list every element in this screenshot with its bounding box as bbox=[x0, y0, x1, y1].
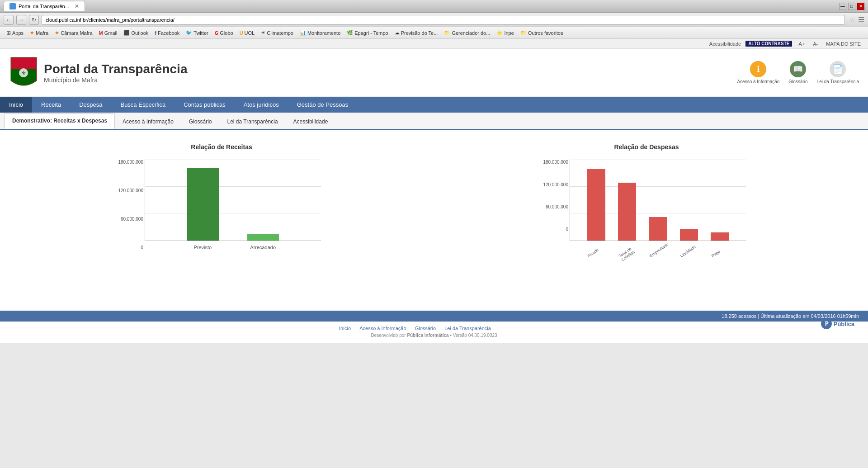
close-button[interactable]: ✕ bbox=[857, 3, 864, 10]
bookmark-outros-label: Outros favoritos bbox=[528, 30, 563, 36]
footer-links-wrapper: Início Acesso à Informação Glossário Lei… bbox=[9, 326, 859, 331]
tab-acessibilidade[interactable]: Acessibilidade bbox=[286, 114, 336, 129]
extensions-icon[interactable]: ☰ bbox=[858, 15, 864, 24]
despesas-y-label-4: 0 bbox=[539, 227, 568, 232]
svg-text:⚜: ⚜ bbox=[21, 70, 26, 76]
publica-logo: ℙ Pública bbox=[821, 318, 854, 329]
tab-glossario[interactable]: Glossário bbox=[181, 114, 220, 129]
bookmark-outlook[interactable]: ⬛ Outlook bbox=[121, 29, 151, 37]
bookmark-outlook-label: Outlook bbox=[131, 30, 148, 36]
bookmark-previsao[interactable]: ☁ Previsão do Te... bbox=[392, 29, 441, 37]
bookmark-inpe-label: Inpe bbox=[504, 30, 514, 36]
bookmark-gmail-label: Gmail bbox=[104, 30, 118, 36]
bookmark-star-icon[interactable]: ☆ bbox=[849, 16, 855, 24]
bar-group-creditos bbox=[618, 183, 636, 241]
header-icon-law[interactable]: 📄 Lei da Transparência bbox=[817, 61, 859, 84]
bookmark-camara[interactable]: ★ Câmara Mafra bbox=[52, 29, 95, 37]
despesas-y-label-2: 120.000.000 bbox=[539, 182, 568, 187]
info-icon: ℹ bbox=[750, 61, 766, 77]
increase-font-button[interactable]: A+ bbox=[797, 41, 807, 47]
bookmark-monitoramento[interactable]: 📊 Monitoramento bbox=[297, 29, 343, 37]
bookmark-twitter[interactable]: 🐦 Twitter bbox=[183, 29, 211, 37]
x-label-liquidado: Liquidado bbox=[679, 244, 699, 262]
despesas-chart-area: 180.000.000 120.000.000 60.000.000 0 bbox=[570, 160, 746, 250]
nav-despesa[interactable]: Despesa bbox=[70, 97, 111, 113]
high-contrast-button[interactable]: ALTO CONTRASTE bbox=[745, 41, 792, 47]
bookmark-climatempo[interactable]: ☀ Climatempo bbox=[258, 29, 296, 37]
bookmark-gerenciador-label: Gerenciador do... bbox=[452, 30, 490, 36]
header-icon-info[interactable]: ℹ Acesso à Informação bbox=[737, 61, 779, 84]
footer-dev-text: Desenvolvido por bbox=[371, 333, 407, 338]
x-label-fixado: Fixado bbox=[587, 244, 607, 262]
despesas-chart-title: Relação de Despesas bbox=[538, 143, 755, 151]
x-label-empenhado: Empenhado bbox=[649, 244, 669, 262]
book-icon: 📖 bbox=[790, 61, 806, 77]
bookmarks-bar: ⊞ Apps ★ Mafra ★ Câmara Mafra M Gmail ⬛ … bbox=[0, 27, 868, 39]
bookmark-apps[interactable]: ⊞ Apps bbox=[4, 29, 26, 37]
publica-logo-text: Pública bbox=[834, 321, 854, 327]
receitas-x-labels: Previsto Arrecadado bbox=[145, 245, 321, 250]
nav-atos[interactable]: Atos jurídicos bbox=[235, 97, 288, 113]
bar-group-liquidado bbox=[680, 229, 698, 241]
bookmark-mafra-label: Mafra bbox=[36, 30, 48, 36]
bookmark-globo[interactable]: G Globo bbox=[212, 29, 236, 37]
nav-gestao[interactable]: Gestão de Pessoas bbox=[288, 97, 357, 113]
bar-fixado bbox=[587, 169, 605, 241]
bar-group-fixado bbox=[587, 169, 605, 241]
nav-receita[interactable]: Receita bbox=[32, 97, 70, 113]
bookmark-uol[interactable]: U UOL bbox=[237, 29, 258, 37]
forward-button[interactable]: → bbox=[16, 15, 26, 25]
bookmark-outros[interactable]: 📁 Outros favoritos bbox=[518, 29, 566, 37]
site-logo: ⚜ Portal da Transparência Município de M… bbox=[9, 56, 187, 90]
footer-link-acesso[interactable]: Acesso à Informação bbox=[359, 326, 406, 331]
law-label: Lei da Transparência bbox=[817, 79, 859, 84]
tab-lei[interactable]: Lei da Transparência bbox=[220, 114, 286, 129]
sitemap-button[interactable]: MAPA DO SITE bbox=[824, 41, 863, 47]
publica-logo-icon: ℙ bbox=[821, 318, 832, 329]
tab-title: Portal da Transparên... bbox=[19, 4, 69, 9]
address-bar[interactable] bbox=[42, 15, 845, 25]
nav-contas[interactable]: Contas públicas bbox=[175, 97, 235, 113]
bookmark-mafra[interactable]: ★ Mafra bbox=[27, 29, 51, 37]
despesas-bars bbox=[570, 169, 746, 241]
bookmark-camara-label: Câmara Mafra bbox=[61, 30, 92, 36]
back-button[interactable]: ← bbox=[4, 15, 14, 25]
footer-link-inicio[interactable]: Início bbox=[339, 326, 351, 331]
header-icon-glossary[interactable]: 📖 Glossário bbox=[788, 61, 807, 84]
despesas-x-labels: Fixado Total de Créditos Empenhado Liqui… bbox=[570, 255, 746, 264]
bar-pago bbox=[711, 232, 729, 241]
receitas-y-labels: 180.000.000 120.000.000 60.000.000 0 bbox=[114, 160, 143, 250]
tab-favicon bbox=[9, 3, 16, 9]
bookmark-gmail[interactable]: M Gmail bbox=[96, 29, 120, 37]
tab-close-button[interactable]: ✕ bbox=[75, 3, 79, 9]
bookmark-inpe[interactable]: ⭐ Inpe bbox=[494, 29, 516, 37]
refresh-button[interactable]: ↻ bbox=[29, 15, 39, 25]
bookmark-gerenciador[interactable]: 📁 Gerenciador do... bbox=[441, 29, 493, 37]
footer-link-lei[interactable]: Lei da Transparência bbox=[444, 326, 491, 331]
despesas-chart-grid bbox=[570, 160, 746, 241]
nav-inicio[interactable]: Início bbox=[0, 97, 32, 113]
footer-dev: Desenvolvido por Pública Informática • V… bbox=[9, 331, 859, 340]
bookmark-apps-label: Apps bbox=[12, 30, 24, 36]
nav-busca[interactable]: Busca Específica bbox=[111, 97, 175, 113]
maximize-button[interactable]: □ bbox=[848, 3, 855, 10]
footer-bar: 18.258 acessos | Última atualização em 0… bbox=[0, 311, 868, 321]
accessibility-bar: Acessibilidade ALTO CONTRASTE A+ A- MAPA… bbox=[0, 39, 868, 49]
x-label-pago: Pago bbox=[711, 244, 731, 262]
bookmark-epagri[interactable]: 🌿 Epagri - Tempo bbox=[344, 29, 391, 37]
decrease-font-button[interactable]: A- bbox=[811, 41, 820, 47]
receitas-chart-area: 180.000.000 120.000.000 60.000.000 0 bbox=[145, 160, 321, 250]
bar-group-arrecadado bbox=[247, 234, 279, 241]
receitas-chart-grid bbox=[145, 160, 321, 241]
charts-container: Relação de Receitas 180.000.000 120.000.… bbox=[9, 139, 859, 255]
gridline-top bbox=[145, 160, 321, 160]
footer-link-glossario[interactable]: Glossário bbox=[415, 326, 436, 331]
despesas-chart-section: Relação de Despesas 180.000.000 120.000.… bbox=[538, 143, 755, 250]
browser-tab[interactable]: Portal da Transparên... ✕ bbox=[4, 1, 85, 11]
tab-acesso[interactable]: Acesso à Informação bbox=[115, 114, 181, 129]
tab-demonstrativo[interactable]: Demonstrativo: Receitas x Despesas bbox=[5, 113, 115, 129]
minimize-button[interactable]: — bbox=[839, 3, 846, 10]
receitas-y-label-1: 180.000.000 bbox=[114, 160, 143, 165]
bookmark-facebook[interactable]: f Facebook bbox=[152, 29, 182, 37]
sub-tabs: Demonstrativo: Receitas x Despesas Acess… bbox=[0, 113, 868, 130]
